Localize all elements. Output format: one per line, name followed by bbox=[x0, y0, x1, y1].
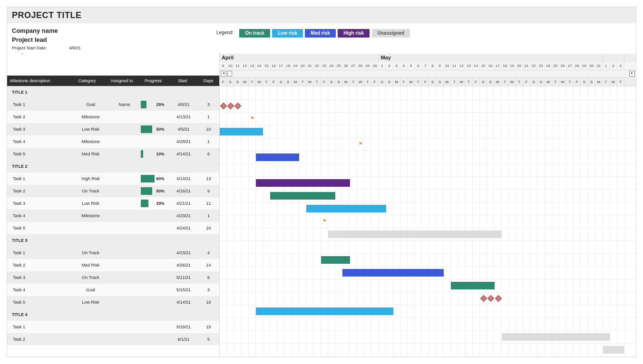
table-row[interactable]: Task 15/18/2115 bbox=[7, 321, 219, 333]
day-num: 27 bbox=[350, 62, 357, 70]
milestone-flag-icon[interactable]: ⚑ bbox=[359, 141, 363, 146]
day-num: 13 bbox=[249, 62, 256, 70]
table-row[interactable]: Task 1High Risk60%4/14/2113 bbox=[7, 172, 219, 185]
day-num: 17 bbox=[278, 62, 285, 70]
legend: Legend: On track Low risk Med risk High … bbox=[216, 28, 410, 38]
timeline-row bbox=[220, 228, 636, 241]
page-title: PROJECT TITLE bbox=[12, 10, 82, 20]
weekday: T bbox=[451, 77, 458, 87]
day-num: 20 bbox=[299, 62, 306, 70]
day-num: 5 bbox=[408, 62, 415, 70]
gantt-bar[interactable] bbox=[321, 256, 350, 264]
table-row[interactable]: Task 2On Track50%4/16/219 bbox=[7, 185, 219, 197]
milestone-flag-icon[interactable]: ⚑ bbox=[322, 218, 327, 223]
gantt-bar[interactable] bbox=[603, 346, 625, 354]
gantt-bar[interactable] bbox=[220, 128, 263, 135]
weekday: S bbox=[537, 77, 545, 87]
gantt-bar[interactable] bbox=[451, 282, 494, 289]
scroll-right-button[interactable]: ▸ bbox=[629, 71, 635, 77]
legend-chip-high-risk: High risk bbox=[338, 29, 370, 38]
table-row[interactable]: Task 4Milestone4/28/211 bbox=[7, 135, 219, 148]
table-row[interactable]: Task 2Milestone4/13/211 bbox=[7, 111, 219, 123]
gantt-bar[interactable] bbox=[256, 307, 393, 315]
day-num: 9 bbox=[220, 62, 227, 70]
day-num: 16 bbox=[270, 62, 277, 70]
table-row[interactable]: Task 1GoalName25%4/8/213 bbox=[7, 98, 219, 111]
timeline-row bbox=[220, 305, 636, 318]
weekday: F bbox=[473, 77, 480, 87]
day-num: 6 bbox=[415, 62, 422, 70]
table-row[interactable]: Task 4Milestone4/23/211 bbox=[7, 210, 219, 222]
day-num: 23 bbox=[537, 62, 545, 70]
timeline-row-group bbox=[220, 318, 636, 331]
day-num: 21 bbox=[306, 62, 313, 70]
gantt-bar[interactable] bbox=[270, 192, 335, 200]
weekday: S bbox=[487, 77, 494, 87]
milestone-flag-icon[interactable]: ⚑ bbox=[250, 115, 254, 121]
title-bar: PROJECT TITLE bbox=[7, 7, 636, 23]
weekday: T bbox=[263, 77, 270, 87]
weekday: S bbox=[328, 77, 335, 87]
day-num: 23 bbox=[321, 62, 328, 70]
table-row[interactable]: Task 3Low Risk33%4/21/2111 bbox=[7, 197, 219, 210]
start-date-value[interactable]: 4/8/21 bbox=[69, 46, 81, 50]
day-num: 15 bbox=[480, 62, 487, 70]
day-num: 14 bbox=[256, 62, 263, 70]
table-row[interactable]: Task 3Low Risk50%4/5/2110 bbox=[7, 123, 219, 135]
project-lead[interactable]: Project lead bbox=[12, 36, 216, 43]
group-header: TITLE 2 bbox=[7, 160, 219, 172]
day-num: 17 bbox=[494, 62, 501, 70]
task-table-header: Milestone description Category Assigned … bbox=[7, 76, 219, 86]
day-num: 30 bbox=[588, 62, 595, 70]
scroll-thumb[interactable] bbox=[227, 71, 232, 77]
table-row[interactable]: Task 4Goal5/15/213 bbox=[7, 284, 219, 296]
weekday: T bbox=[415, 77, 422, 87]
table-row[interactable]: Task 54/24/2124 bbox=[7, 222, 219, 234]
weekday: T bbox=[516, 77, 523, 87]
gantt-bar[interactable] bbox=[256, 153, 299, 161]
weekday: T bbox=[400, 77, 408, 87]
legend-chip-med-risk: Med risk bbox=[305, 29, 336, 38]
timeline-row: ⚑ bbox=[220, 138, 636, 151]
gantt-bar[interactable] bbox=[256, 179, 350, 187]
weekday: T bbox=[603, 77, 610, 87]
weekday: S bbox=[379, 77, 386, 87]
day-num: 2 bbox=[386, 62, 393, 70]
weekday: T bbox=[313, 77, 321, 87]
col-days: Days bbox=[197, 78, 219, 83]
company-name[interactable]: Company name bbox=[12, 27, 216, 34]
table-row[interactable]: Task 3On Track5/11/216 bbox=[7, 271, 219, 284]
weekday: T bbox=[566, 77, 574, 87]
scroll-slider[interactable]: ◂ ▸ bbox=[220, 70, 636, 77]
day-num: 8 bbox=[429, 62, 436, 70]
weekday: M bbox=[393, 77, 400, 87]
day-num: 24 bbox=[328, 62, 335, 70]
gantt-bar[interactable] bbox=[502, 333, 610, 341]
scroll-left-button[interactable]: ◂ bbox=[221, 71, 226, 77]
weekday: W bbox=[256, 77, 263, 87]
day-num: 7 bbox=[422, 62, 429, 70]
timeline-row bbox=[220, 267, 636, 279]
day-num: 20 bbox=[516, 62, 523, 70]
timeline-row-group bbox=[220, 87, 636, 100]
timeline-row bbox=[220, 292, 636, 305]
weekday: F bbox=[422, 77, 429, 87]
table-row[interactable]: Task 2Med Risk4/26/2114 bbox=[7, 259, 219, 271]
table-row[interactable]: Task 26/1/215 bbox=[7, 333, 219, 345]
gantt-bar[interactable] bbox=[328, 230, 502, 238]
gantt-bar[interactable] bbox=[342, 269, 444, 277]
table-row[interactable]: Task 1On Track4/23/214 bbox=[7, 247, 219, 259]
legend-chip-low-risk: Low risk bbox=[272, 29, 303, 38]
col-description: Milestone description bbox=[7, 78, 69, 83]
table-row[interactable]: Task 5Med Risk10%4/14/216 bbox=[7, 148, 219, 160]
day-num: 3 bbox=[617, 62, 624, 70]
gantt-bar[interactable] bbox=[306, 205, 386, 212]
weekday: S bbox=[588, 77, 595, 87]
weekday: S bbox=[530, 77, 537, 87]
weekday: T bbox=[249, 77, 256, 87]
table-row[interactable]: Task 5Low Risk4/14/2119 bbox=[7, 296, 219, 308]
day-num: 19 bbox=[509, 62, 516, 70]
day-num: 1 bbox=[379, 62, 386, 70]
day-num: 21 bbox=[523, 62, 530, 70]
weekday: W bbox=[610, 77, 617, 87]
